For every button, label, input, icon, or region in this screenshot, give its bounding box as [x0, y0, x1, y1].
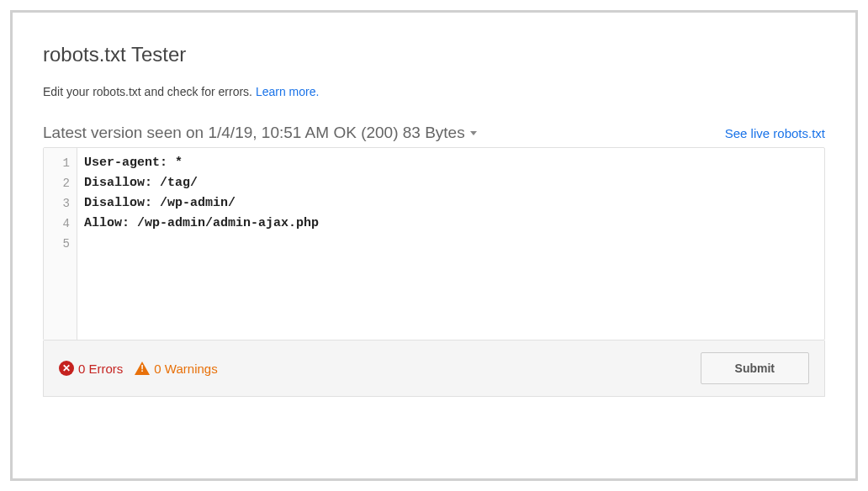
- code-line: User-agent: *: [84, 153, 824, 173]
- error-icon: ✕: [59, 361, 74, 376]
- version-dropdown[interactable]: Latest version seen on 1/4/19, 10:51 AM …: [43, 124, 477, 142]
- see-live-link[interactable]: See live robots.txt: [725, 126, 825, 140]
- submit-button[interactable]: Submit: [701, 352, 809, 384]
- warnings-count: 0 Warnings: [154, 362, 217, 376]
- chevron-down-icon: [470, 131, 477, 135]
- line-number: 3: [44, 193, 77, 214]
- code-editor[interactable]: 1 2 3 4 5 User-agent: * Disallow: /tag/ …: [43, 147, 825, 341]
- errors-status: ✕ 0 Errors: [59, 361, 123, 376]
- learn-more-link[interactable]: Learn more.: [256, 85, 319, 98]
- line-number: 1: [44, 153, 77, 173]
- code-line: Allow: /wp-admin/admin-ajax.php: [84, 214, 824, 234]
- line-number: 5: [44, 234, 77, 254]
- version-label: Latest version seen on 1/4/19, 10:51 AM …: [43, 124, 465, 142]
- tool-panel: robots.txt Tester Edit your robots.txt a…: [10, 10, 858, 481]
- warning-icon: [135, 362, 150, 375]
- page-title: robots.txt Tester: [43, 43, 825, 66]
- line-number: 4: [44, 214, 77, 234]
- subtitle-text: Edit your robots.txt and check for error…: [43, 85, 252, 98]
- line-number: 2: [44, 173, 77, 193]
- status-group: ✕ 0 Errors 0 Warnings: [59, 361, 218, 376]
- errors-count: 0 Errors: [78, 362, 123, 376]
- status-bar: ✕ 0 Errors 0 Warnings Submit: [43, 341, 825, 397]
- code-line: Disallow: /tag/: [84, 173, 824, 193]
- code-line: Disallow: /wp-admin/: [84, 193, 824, 214]
- warnings-status: 0 Warnings: [135, 362, 217, 376]
- subtitle: Edit your robots.txt and check for error…: [43, 85, 825, 98]
- line-gutter: 1 2 3 4 5: [44, 148, 77, 340]
- code-area[interactable]: User-agent: * Disallow: /tag/ Disallow: …: [77, 148, 824, 340]
